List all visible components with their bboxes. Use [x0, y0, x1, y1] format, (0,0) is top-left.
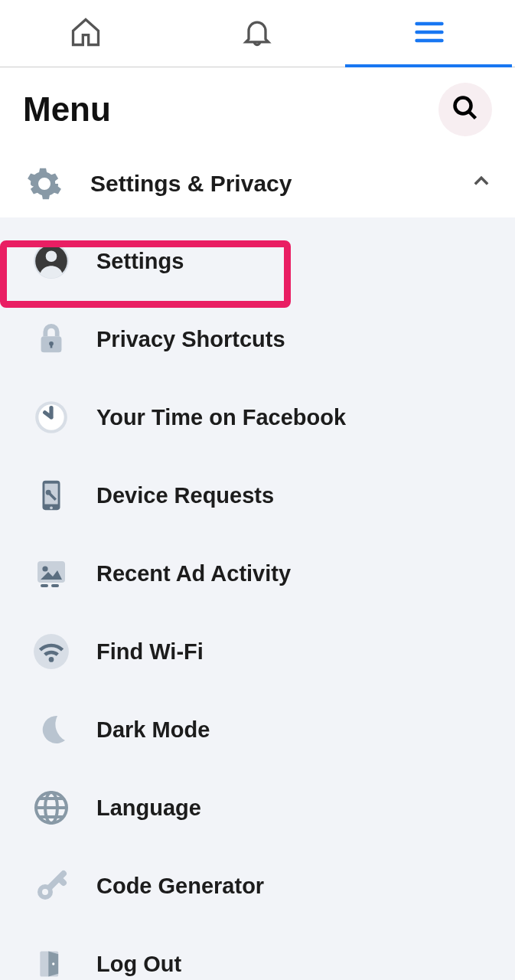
settings-privacy-list: Settings Privacy Shortcuts Your Time on …	[0, 217, 515, 980]
menu-item-find-wifi[interactable]: Find Wi-Fi	[0, 612, 515, 691]
menu-item-label: Log Out	[96, 952, 181, 977]
svg-point-3	[455, 98, 471, 114]
menu-item-recent-ad-activity[interactable]: Recent Ad Activity	[0, 534, 515, 612]
menu-item-label: Code Generator	[96, 874, 264, 899]
svg-point-18	[42, 566, 47, 571]
gear-icon	[23, 162, 66, 205]
menu-item-label: Settings	[96, 249, 184, 274]
tab-home[interactable]	[0, 0, 171, 67]
menu-item-label: Find Wi-Fi	[96, 639, 204, 665]
menu-item-label: Your Time on Facebook	[96, 405, 346, 430]
lock-icon	[31, 318, 72, 360]
top-nav	[0, 0, 515, 67]
search-button[interactable]	[438, 83, 492, 136]
svg-point-27	[42, 889, 48, 895]
svg-point-16	[50, 506, 53, 509]
svg-point-22	[49, 657, 54, 662]
clock-icon	[31, 397, 72, 438]
tab-notifications[interactable]	[171, 0, 343, 67]
menu-item-label: Dark Mode	[96, 717, 210, 743]
wifi-icon	[31, 631, 72, 672]
home-icon	[69, 15, 103, 52]
tab-menu[interactable]	[344, 0, 515, 67]
settings-privacy-section[interactable]: Settings & Privacy	[0, 150, 515, 217]
menu-item-time-on-facebook[interactable]: Your Time on Facebook	[0, 378, 515, 456]
phone-key-icon	[31, 475, 72, 516]
globe-icon	[31, 787, 72, 828]
menu-item-privacy-shortcuts[interactable]: Privacy Shortcuts	[0, 300, 515, 378]
menu-item-code-generator[interactable]: Code Generator	[0, 847, 515, 925]
svg-rect-19	[41, 584, 48, 587]
door-icon	[31, 943, 72, 980]
menu-item-settings[interactable]: Settings	[0, 222, 515, 300]
svg-rect-20	[51, 584, 59, 587]
svg-rect-10	[51, 344, 53, 348]
menu-item-language[interactable]: Language	[0, 769, 515, 847]
chevron-up-icon	[471, 171, 492, 197]
svg-line-4	[469, 112, 476, 119]
menu-item-label: Language	[96, 795, 201, 821]
svg-point-29	[52, 962, 54, 965]
key-icon	[31, 865, 72, 906]
search-icon	[451, 94, 479, 125]
menu-item-log-out[interactable]: Log Out	[0, 925, 515, 980]
person-circle-icon	[31, 240, 72, 282]
bell-icon	[240, 15, 274, 52]
svg-point-7	[46, 250, 57, 262]
moon-icon	[31, 709, 72, 750]
image-icon	[31, 553, 72, 594]
menu-item-label: Device Requests	[96, 483, 274, 508]
section-title: Settings & Privacy	[90, 171, 446, 197]
menu-item-label: Privacy Shortcuts	[96, 327, 285, 352]
hamburger-icon	[412, 15, 446, 52]
menu-header: Menu	[0, 67, 515, 150]
page-title: Menu	[23, 90, 111, 129]
menu-item-device-requests[interactable]: Device Requests	[0, 456, 515, 534]
menu-item-label: Recent Ad Activity	[96, 561, 291, 586]
active-tab-indicator	[345, 64, 512, 67]
menu-item-dark-mode[interactable]: Dark Mode	[0, 691, 515, 769]
